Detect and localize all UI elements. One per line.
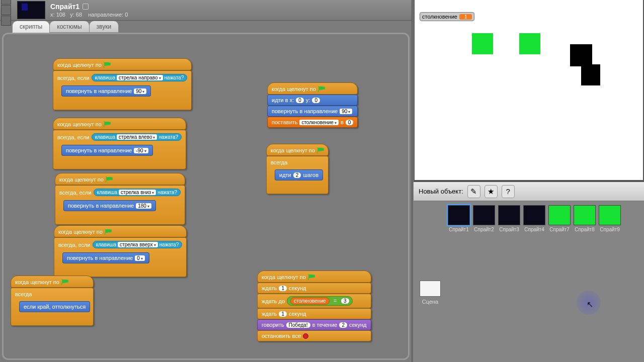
- new-object-bar: Новый объект: ✎ ★ ?: [414, 182, 644, 201]
- tab-bar: скрипты костюмы звуки: [12, 21, 118, 33]
- tab-sounds[interactable]: звуки: [89, 21, 119, 33]
- sprite-coords: x: 108 y: 68 направление: 0: [50, 12, 128, 18]
- cursor-icon: ↖: [587, 300, 593, 309]
- sprite-name[interactable]: Спрайт1: [50, 3, 79, 11]
- green-flag-icon: [61, 279, 68, 285]
- scripts-canvas[interactable]: когда щелкнут по всегда, если клавишастр…: [2, 33, 410, 360]
- paint-new-button[interactable]: ✎: [467, 185, 480, 198]
- stage-sprite-green[interactable]: [472, 33, 493, 54]
- sprite-header: Спрайт1 x: 108 y: 68 направление: 0: [0, 0, 412, 21]
- script-right-arrow[interactable]: когда щелкнут по всегда, если клавишастр…: [53, 58, 192, 110]
- tab-scripts[interactable]: скрипты: [12, 21, 50, 33]
- script-up-arrow[interactable]: когда щелкнут по всегда, если клавишастр…: [54, 225, 187, 277]
- sprite-thumb[interactable]: Спрайт3: [498, 205, 520, 232]
- stage-sprite-black[interactable]: [570, 44, 592, 66]
- sprite-thumb[interactable]: Спрайт7: [548, 205, 571, 232]
- variable-monitor[interactable]: столкновение 1: [420, 12, 474, 21]
- green-flag-icon: [104, 121, 111, 127]
- green-flag-icon: [318, 86, 325, 92]
- sprite-thumb[interactable]: Спрайт2: [473, 205, 495, 232]
- sprite-panel: Новый объект: ✎ ★ ? Спрайт1Спрайт2Спрайт…: [414, 181, 644, 362]
- stop-icon: [303, 333, 308, 339]
- stage-sprite-black[interactable]: [581, 64, 600, 85]
- surprise-sprite-button[interactable]: ?: [502, 185, 515, 198]
- tab-costumes[interactable]: костюмы: [49, 21, 89, 33]
- script-left-arrow[interactable]: когда щелкнут по всегда, если клавишастр…: [53, 118, 186, 169]
- sprite-grid: Спрайт1Спрайт2Спрайт3Спрайт4Спрайт7Спрай…: [448, 205, 621, 232]
- stage[interactable]: [414, 0, 644, 181]
- rotate-full-button[interactable]: [1, 0, 11, 5]
- script-init[interactable]: когда щелкнут по идти в x:0y:0 повернуть…: [267, 82, 358, 128]
- script-edge-bounce[interactable]: когда щелкнут по всегда если край, оттол…: [11, 276, 94, 326]
- lock-icon[interactable]: [83, 4, 89, 10]
- green-flag-icon: [104, 62, 111, 68]
- stage-thumbnail[interactable]: Сцена: [420, 281, 441, 305]
- left-pane: Спрайт1 x: 108 y: 68 направление: 0 скри…: [0, 0, 413, 362]
- green-flag-icon: [308, 274, 315, 280]
- sprite-thumb[interactable]: Спрайт9: [599, 205, 621, 232]
- rotate-lr-button[interactable]: [1, 5, 11, 15]
- green-flag-icon: [106, 176, 113, 183]
- green-flag-icon: [317, 147, 324, 153]
- script-move[interactable]: когда щелкнут по всегда идти2шагов: [266, 144, 329, 194]
- sprite-thumb[interactable]: Спрайт1: [448, 205, 470, 232]
- rotate-none-button[interactable]: [1, 16, 11, 26]
- script-victory[interactable]: когда щелкнут по ждать1секунд ждать до с…: [257, 270, 371, 341]
- script-down-arrow[interactable]: когда щелкнут по всегда, если клавишастр…: [55, 173, 185, 225]
- stage-sprite-green[interactable]: [519, 33, 540, 54]
- sprite-thumb[interactable]: Спрайт4: [523, 205, 545, 232]
- import-sprite-button[interactable]: ★: [485, 185, 498, 198]
- sprite-thumbnail[interactable]: [17, 1, 45, 19]
- new-object-label: Новый объект:: [419, 188, 463, 195]
- green-flag-icon: [105, 229, 112, 235]
- sprite-thumb[interactable]: Спрайт8: [574, 205, 596, 232]
